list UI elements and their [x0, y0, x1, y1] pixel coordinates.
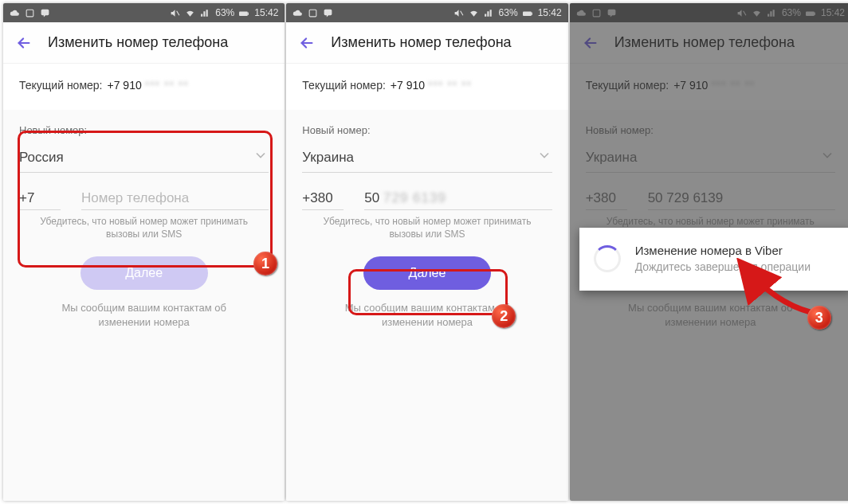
svg-line-1	[177, 10, 179, 14]
new-number-label: Новый номер:	[19, 124, 269, 136]
signal-icon	[200, 8, 210, 18]
country-value: Россия	[19, 150, 64, 166]
phone-number-field[interactable]: Номер телефона	[81, 187, 269, 210]
battery-text: 63%	[215, 7, 234, 18]
current-number-hidden: *** ** **	[145, 79, 189, 92]
country-code-field[interactable]: +7	[19, 187, 61, 210]
screenshot-icon	[25, 8, 35, 18]
mute-icon	[453, 8, 464, 18]
chevron-down-icon	[536, 147, 552, 167]
app-bar: Изменить номер телефона	[286, 22, 567, 64]
arrow-left-icon	[298, 34, 316, 52]
current-number-visible: +7 910	[108, 79, 142, 92]
cloud-icon	[292, 8, 303, 18]
screenshot-icon	[308, 8, 318, 18]
country-value: Украина	[302, 150, 354, 166]
next-button[interactable]: Далее	[80, 256, 208, 290]
screenshot-panel-3: 63% 15:42 Изменить номер телефона Текущи…	[570, 3, 848, 501]
wifi-icon	[185, 8, 195, 18]
phone-input-row: +7 Номер телефона	[19, 187, 269, 210]
mute-icon	[170, 8, 180, 18]
dialog-title: Изменение номера в Viber	[635, 244, 811, 257]
wifi-icon	[469, 8, 479, 18]
form-area: Новый номер: Россия +7 Номер телефона Уб…	[3, 110, 285, 501]
svg-rect-0	[26, 10, 33, 17]
form-area: Новый номер: Украина +380 50 729 6139 Уб…	[286, 110, 567, 501]
phone-placeholder: Номер телефона	[81, 190, 189, 205]
viber-icon	[323, 8, 333, 18]
screenshot-panel-2: 63% 15:42 Изменить номер телефона Текущи…	[286, 3, 567, 501]
page-title: Изменить номер телефона	[48, 34, 228, 51]
status-bar: 63% 15:42	[286, 3, 567, 22]
viber-icon	[40, 8, 50, 18]
page-title: Изменить номер телефона	[331, 34, 511, 51]
dialog-message: Дождитесь завершения операции	[635, 260, 811, 273]
inform-contacts-note: Мы сообщим вашим контактам об изменении …	[302, 301, 552, 329]
next-button[interactable]: Далее	[363, 256, 491, 290]
country-select[interactable]: Россия	[19, 143, 269, 173]
svg-rect-6	[523, 12, 532, 16]
phone-number-visible: 50	[364, 190, 379, 205]
svg-rect-7	[531, 13, 532, 15]
progress-dialog: Изменение номера в Viber Дождитесь завер…	[579, 228, 848, 291]
app-bar: Изменить номер телефона	[3, 22, 285, 64]
phone-hint: Убедитесь, что новый номер может принима…	[19, 215, 269, 240]
battery-icon	[523, 8, 533, 18]
new-number-label: Новый номер:	[302, 124, 552, 136]
svg-rect-4	[309, 10, 316, 17]
inform-contacts-note: Мы сообщим вашим контактам об изменении …	[19, 301, 269, 329]
status-bar: 63% 15:42	[3, 3, 285, 22]
screenshot-panel-1: 63% 15:42 Изменить номер телефона Текущи…	[3, 3, 285, 501]
clock-text: 15:42	[538, 7, 562, 18]
svg-rect-2	[239, 12, 248, 16]
spinner-icon	[594, 245, 621, 272]
country-select[interactable]: Украина	[302, 143, 552, 173]
phone-input-row: +380 50 729 6139	[302, 187, 552, 210]
cloud-icon	[10, 8, 20, 18]
current-number-row: Текущий номер: +7 910 *** ** **	[3, 64, 285, 110]
phone-number-hidden: 729 6139	[383, 190, 446, 205]
chevron-down-icon	[253, 147, 269, 167]
country-code-field[interactable]: +380	[302, 187, 344, 210]
svg-line-5	[460, 10, 462, 14]
back-button[interactable]	[296, 32, 318, 54]
current-number-label: Текущий номер:	[19, 79, 103, 92]
svg-rect-3	[248, 13, 249, 15]
signal-icon	[484, 8, 494, 18]
back-button[interactable]	[13, 32, 35, 54]
phone-hint: Убедитесь, что новый номер может принима…	[302, 215, 552, 240]
phone-number-field[interactable]: 50 729 6139	[364, 187, 552, 210]
battery-icon	[239, 8, 249, 18]
battery-text: 63%	[499, 7, 518, 18]
arrow-left-icon	[15, 34, 33, 52]
current-number-row: Текущий номер: +7 910 *** ** **	[286, 64, 567, 110]
clock-text: 15:42	[254, 7, 278, 18]
